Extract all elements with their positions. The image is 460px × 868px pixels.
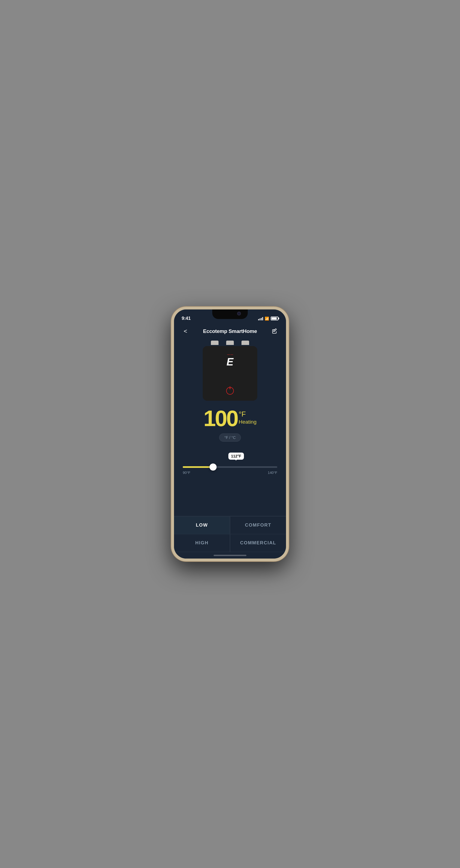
- device-connectors: [203, 341, 257, 345]
- slider-tooltip: 112°F: [228, 453, 244, 460]
- connector-center: [226, 341, 234, 345]
- temp-main: 100 °F Heating: [204, 407, 256, 430]
- temperature-value: 100: [204, 407, 238, 430]
- temperature-unit: °F: [239, 410, 246, 418]
- device-container: ─ ─ E: [203, 341, 257, 401]
- slider-fill: [183, 466, 213, 468]
- back-button[interactable]: <: [181, 327, 190, 336]
- slider-min-label: 90°F: [183, 471, 190, 475]
- slider-labels: 90°F 140°F: [183, 471, 277, 475]
- device-body: ─ ─ E: [203, 346, 257, 401]
- slider-thumb[interactable]: [210, 464, 217, 471]
- status-time: 9:41: [182, 316, 191, 321]
- device-area: ─ ─ E: [174, 340, 286, 404]
- slider-max-label: 140°F: [268, 471, 277, 475]
- mode-commercial[interactable]: COMMERCIAL: [230, 534, 286, 552]
- app-content: 9:41 📶 < Eccotemp SmartHome: [174, 309, 286, 559]
- status-icons: 📶: [258, 316, 278, 321]
- battery-fill: [272, 317, 277, 319]
- power-button[interactable]: [226, 387, 234, 395]
- mode-low[interactable]: LOW: [174, 516, 230, 534]
- slider-track[interactable]: [183, 466, 277, 468]
- camera: [237, 312, 241, 315]
- notch: [212, 309, 248, 319]
- signal-icon: [258, 316, 263, 320]
- page-title: Eccotemp SmartHome: [203, 328, 257, 334]
- phone-frame: 9:41 📶 < Eccotemp SmartHome: [171, 307, 289, 561]
- unit-toggle-button[interactable]: °F / °C: [219, 433, 241, 442]
- mode-grid: LOW COMFORT HIGH COMMERCIAL: [174, 516, 286, 552]
- home-indicator: [174, 552, 286, 559]
- edit-button[interactable]: [270, 327, 279, 336]
- temperature-status: Heating: [239, 419, 257, 425]
- mode-high[interactable]: HIGH: [174, 534, 230, 552]
- temperature-display: 100 °F Heating: [174, 404, 286, 431]
- home-bar: [214, 555, 246, 556]
- mode-comfort[interactable]: COMFORT: [230, 516, 286, 534]
- temp-unit-status: °F Heating: [239, 410, 257, 425]
- device-logo: ─ ─ E: [226, 352, 233, 368]
- battery-icon: [271, 316, 278, 320]
- slider-section: 112°F 90°F 140°F: [174, 446, 286, 516]
- logo-dash: ─ ─: [227, 352, 233, 356]
- connector-left: [211, 341, 218, 345]
- connector-right: [242, 341, 249, 345]
- wifi-icon: 📶: [265, 316, 269, 321]
- logo-letter: E: [226, 356, 233, 368]
